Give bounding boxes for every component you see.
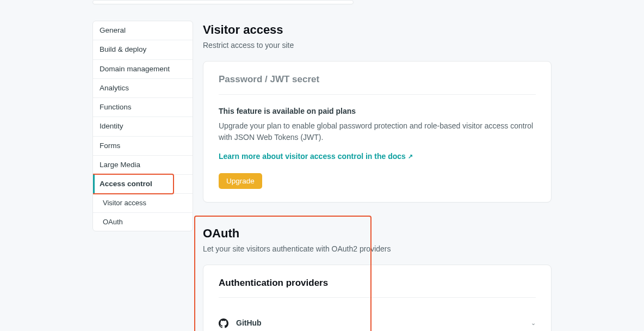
sidebar-sub-oauth[interactable]: OAuth	[93, 213, 193, 231]
settings-sidebar: General Build & deploy Domain management…	[92, 21, 193, 231]
paid-plan-notice: This feature is available on paid plans	[219, 106, 536, 117]
github-icon	[219, 318, 228, 328]
paid-plan-description: Upgrade your plan to enable global passw…	[219, 120, 536, 143]
sidebar-item-domain-management[interactable]: Domain management	[93, 60, 193, 79]
oauth-title: OAuth	[203, 224, 552, 242]
password-jwt-card: Password / JWT secret This feature is av…	[203, 61, 552, 203]
auth-providers-card: Authentication providers GitHub ⌄ Instal…	[203, 265, 552, 332]
external-link-icon: ↗	[408, 152, 413, 161]
provider-row-github[interactable]: GitHub ⌄	[219, 309, 536, 331]
sidebar-item-functions[interactable]: Functions	[93, 98, 193, 117]
sidebar-item-build-deploy[interactable]: Build & deploy	[93, 40, 193, 59]
learn-more-text: Learn more about visitor access control …	[219, 151, 406, 162]
provider-name: GitHub	[236, 317, 262, 329]
auth-providers-heading: Authentication providers	[219, 276, 536, 298]
upgrade-button[interactable]: Upgrade	[219, 173, 262, 189]
visitor-access-title: Visitor access	[203, 21, 552, 39]
sidebar-item-analytics[interactable]: Analytics	[93, 79, 193, 98]
sidebar-sub-visitor-access[interactable]: Visitor access	[93, 194, 193, 213]
sidebar-item-large-media[interactable]: Large Media	[93, 156, 193, 175]
learn-more-link[interactable]: Learn more about visitor access control …	[219, 151, 413, 162]
password-jwt-heading: Password / JWT secret	[219, 72, 536, 95]
top-card-stub	[92, 0, 354, 4]
sidebar-item-access-control[interactable]: Access control	[93, 175, 193, 194]
visitor-access-subtitle: Restrict access to your site	[203, 40, 552, 51]
main-content: Visitor access Restrict access to your s…	[203, 21, 552, 331]
sidebar-item-identity[interactable]: Identity	[93, 117, 193, 136]
chevron-down-icon: ⌄	[531, 318, 536, 328]
oauth-subtitle: Let your site visitors authenticate with…	[203, 243, 552, 255]
sidebar-item-forms[interactable]: Forms	[93, 137, 193, 156]
sidebar-item-general[interactable]: General	[93, 21, 193, 40]
